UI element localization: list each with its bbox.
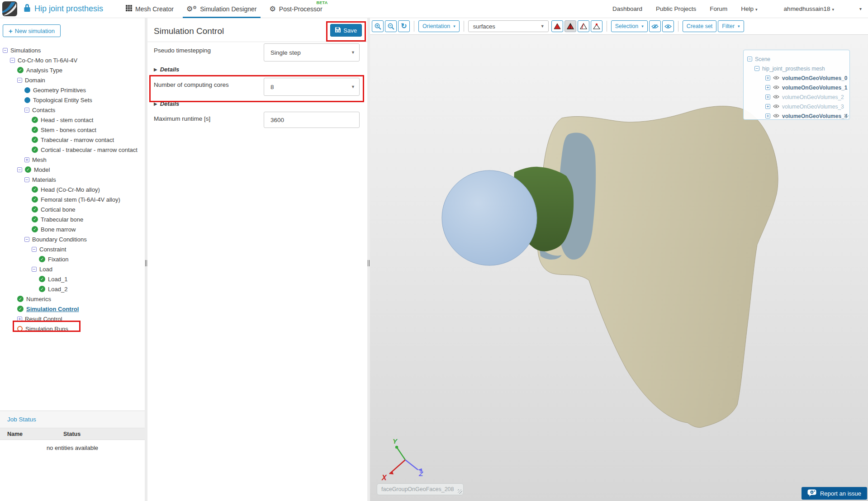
- orientation-button[interactable]: Orientation▾: [418, 20, 460, 32]
- new-simulation-button[interactable]: + New simulation: [3, 24, 61, 37]
- tree-item-model[interactable]: −✓Model: [0, 165, 145, 175]
- check-icon: ✓: [17, 296, 24, 302]
- render-mode-surface-button[interactable]: [551, 20, 563, 32]
- scene-item-volumeongeovolumes-4[interactable]: +volumeOnGeoVolumes_4: [747, 111, 846, 121]
- tree-item-trabecular-bone[interactable]: ✓Trabecular bone: [0, 214, 145, 224]
- tree-item-cortical-trabecular-marrow-contact[interactable]: ✓Cortical - trabecular - marrow contact: [0, 145, 145, 155]
- tab-post-processor[interactable]: ⚙ Post-Processor BETA: [263, 0, 329, 18]
- tree-item-load-2[interactable]: ✓Load_2: [0, 284, 145, 294]
- tree-item-boundary-conditions[interactable]: −Boundary Conditions: [0, 234, 145, 244]
- tree-item-constraint[interactable]: −Constraint: [0, 244, 145, 254]
- render-filter-select[interactable]: surfaces▼: [468, 20, 549, 32]
- tree-item-head-co-cr-mo-alloy[interactable]: ✓Head (Co-Cr-Mo alloy): [0, 184, 145, 194]
- selection-name-box[interactable]: faceGroupOnGeoFaces_208: [377, 483, 464, 495]
- selection-button[interactable]: Selection▾: [611, 20, 648, 32]
- tree-item-stem-bones-contact[interactable]: ✓Stem - bones contact: [0, 125, 145, 135]
- eye-icon[interactable]: [773, 75, 779, 81]
- tree-item-co-cr-mo-on-ti-6al-4v[interactable]: −Co-Cr-Mo on Ti-6Al-4V: [0, 55, 145, 65]
- scene-item-volumeongeovolumes-1[interactable]: +volumeOnGeoVolumes_1: [747, 83, 846, 92]
- collapse-icon[interactable]: −: [3, 48, 8, 53]
- max-runtime-input[interactable]: [264, 112, 360, 128]
- tree-item-load-1[interactable]: ✓Load_1: [0, 274, 145, 284]
- collapse-icon[interactable]: −: [24, 237, 29, 242]
- tree-item-label: Simulation Runs: [25, 325, 68, 332]
- eye-icon[interactable]: [773, 85, 779, 91]
- collapse-icon[interactable]: −: [17, 167, 22, 172]
- render-mode-wireframe-button[interactable]: [578, 20, 589, 32]
- tree-item-trabecular-marrow-contact[interactable]: ✓Trabecular - marrow contact: [0, 135, 145, 145]
- filter-button[interactable]: Filter▾: [718, 20, 744, 32]
- scene-item-volumeongeovolumes-0[interactable]: +volumeOnGeoVolumes_0: [747, 73, 846, 83]
- tree-item-topological-entity-sets[interactable]: Topological Entity Sets: [0, 95, 145, 105]
- tree-item-simulation-runs[interactable]: Simulation Runs: [0, 324, 145, 334]
- tree-item-simulations[interactable]: −Simulations: [0, 45, 145, 55]
- render-mode-surface-edges-button[interactable]: [564, 20, 576, 32]
- tree-item-result-control[interactable]: +Result Control: [0, 314, 145, 324]
- tree-item-femoral-stem-ti-6al-4v-alloy[interactable]: ✓Femoral stem (Ti-6Al-4V alloy): [0, 194, 145, 204]
- tab-mesh-creator[interactable]: Mesh Creator: [119, 0, 180, 18]
- nav-public-projects[interactable]: Public Projects: [656, 5, 696, 12]
- collapse-icon[interactable]: −: [24, 108, 29, 113]
- tree-item-analysis-type[interactable]: ✓Analysis Type: [0, 65, 145, 75]
- report-issue-button[interactable]: Report an issue: [802, 487, 867, 500]
- tree-item-domain[interactable]: −Domain: [0, 75, 145, 85]
- expand-icon[interactable]: +: [17, 317, 22, 321]
- eye-icon[interactable]: [773, 113, 779, 119]
- render-mode-points-button[interactable]: [591, 20, 602, 32]
- collapse-icon[interactable]: −: [17, 78, 22, 83]
- nav-help-menu[interactable]: Help▾: [741, 5, 757, 12]
- zoom-in-button[interactable]: [372, 20, 384, 32]
- collapse-header-icon[interactable]: ▾: [859, 6, 862, 11]
- computing-cores-select[interactable]: 8▼: [264, 78, 360, 96]
- tree-item-bone-marrow[interactable]: ✓Bone marrow: [0, 224, 145, 234]
- tree-item-materials[interactable]: −Materials: [0, 175, 145, 184]
- expand-icon[interactable]: +: [765, 113, 770, 118]
- user-menu[interactable]: ahmedhussain18▾: [784, 5, 834, 12]
- collapse-icon[interactable]: −: [32, 247, 37, 252]
- details-toggle-2[interactable]: ▶Details: [154, 100, 179, 107]
- pseudo-timestepping-select[interactable]: Single step▼: [264, 43, 360, 61]
- tree-item-load[interactable]: −Load: [0, 264, 145, 274]
- scene-item-volumeongeovolumes-3[interactable]: +volumeOnGeoVolumes_3: [747, 102, 846, 111]
- tab-simulation-designer[interactable]: ⚙⚙ Simulation Designer: [180, 0, 263, 18]
- collapse-icon[interactable]: −: [24, 177, 29, 182]
- refresh-button[interactable]: ↻: [398, 20, 410, 32]
- simscale-logo-icon[interactable]: [2, 1, 17, 16]
- expand-icon[interactable]: +: [765, 76, 770, 80]
- tree-item-contacts[interactable]: −Contacts: [0, 105, 145, 115]
- eye-icon[interactable]: [773, 94, 779, 100]
- hide-selected-button[interactable]: [649, 20, 661, 32]
- scene-item-volumeongeovolumes-2[interactable]: +volumeOnGeoVolumes_2: [747, 92, 846, 102]
- collapse-icon[interactable]: −: [32, 267, 37, 272]
- zoom-out-button[interactable]: [385, 20, 397, 32]
- tree-item-numerics[interactable]: ✓Numerics: [0, 294, 145, 304]
- panel-splitter[interactable]: [367, 18, 370, 501]
- prosthesis-head[interactable]: [442, 170, 537, 265]
- resize-handle[interactable]: [844, 114, 849, 118]
- collapse-icon[interactable]: −: [10, 58, 15, 63]
- render-area[interactable]: − Scene − hip_joint_prosthesis mesh +vol…: [370, 35, 868, 501]
- scene-root-row[interactable]: − Scene: [747, 54, 846, 64]
- tree-item-cortical-bone[interactable]: ✓Cortical bone: [0, 204, 145, 214]
- tree-item-head-stem-contact[interactable]: ✓Head - stem contact: [0, 115, 145, 125]
- show-selected-button[interactable]: [662, 20, 674, 32]
- details-toggle-1[interactable]: ▶Details: [154, 66, 179, 73]
- eye-icon[interactable]: [773, 104, 779, 110]
- tree-item-simulation-control[interactable]: ✓Simulation Control: [0, 304, 145, 314]
- create-set-button[interactable]: Create set: [683, 20, 717, 32]
- collapse-icon[interactable]: −: [747, 57, 752, 61]
- sidebar-splitter[interactable]: [145, 18, 147, 501]
- save-button[interactable]: Save: [330, 24, 362, 37]
- collapse-icon[interactable]: −: [754, 66, 759, 71]
- expand-icon[interactable]: +: [24, 157, 29, 162]
- resize-handle[interactable]: [458, 489, 462, 494]
- expand-icon[interactable]: +: [765, 95, 770, 99]
- scene-mesh-row[interactable]: − hip_joint_prosthesis mesh: [747, 64, 846, 73]
- tree-item-fixation[interactable]: ✓Fixation: [0, 254, 145, 264]
- nav-forum[interactable]: Forum: [710, 5, 727, 12]
- expand-icon[interactable]: +: [765, 85, 770, 90]
- tree-item-mesh[interactable]: +Mesh: [0, 155, 145, 165]
- expand-icon[interactable]: +: [765, 104, 770, 109]
- nav-dashboard[interactable]: Dashboard: [612, 5, 642, 12]
- tree-item-geometry-primitives[interactable]: Geometry Primitives: [0, 85, 145, 95]
